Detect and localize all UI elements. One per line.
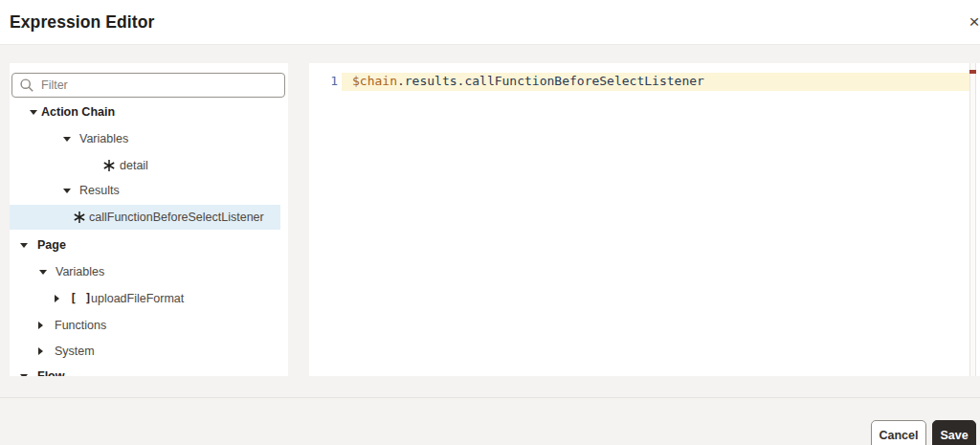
dialog-header: Expression Editor × xyxy=(0,0,980,45)
tree-item-callfunctionbeforeselectlistener[interactable]: callFunctionBeforeSelectListener xyxy=(10,205,280,230)
tree-item-page[interactable]: Page xyxy=(10,233,288,257)
dialog-title: Expression Editor xyxy=(10,12,154,33)
tree-item-uploadfileformat[interactable]: [ ] uploadFileFormat xyxy=(10,286,288,311)
tree-item-label: Flow xyxy=(37,369,64,376)
tree-item-functions[interactable]: Functions xyxy=(10,313,288,338)
tree-item-label: Functions xyxy=(55,319,106,332)
tree-item-results[interactable]: Results xyxy=(10,178,288,203)
chevron-right-icon[interactable] xyxy=(38,322,43,329)
filter-input[interactable] xyxy=(11,73,285,98)
chevron-down-icon[interactable] xyxy=(30,110,37,115)
array-icon: [ ] xyxy=(70,292,92,305)
chevron-right-icon[interactable] xyxy=(55,295,59,302)
tree-item-label: uploadFileFormat xyxy=(91,292,184,305)
expression-code-editor[interactable]: 1 $chain.results.callFunctionBeforeSelec… xyxy=(309,63,980,376)
tree-item-ac-variables[interactable]: Variables xyxy=(10,126,288,151)
tree-item-label: Page xyxy=(37,238,66,252)
variable-icon xyxy=(102,159,116,172)
footer-divider xyxy=(0,397,980,398)
code-token-variable: $chain xyxy=(352,74,397,88)
editor-overview-ruler[interactable] xyxy=(969,63,976,376)
close-icon[interactable]: × xyxy=(963,11,980,33)
expression-text[interactable]: $chain.results.callFunctionBeforeSelectL… xyxy=(352,74,704,88)
chevron-down-icon[interactable] xyxy=(63,189,71,193)
tree-item-label: detail xyxy=(120,159,148,172)
tree-item-system[interactable]: System xyxy=(10,339,288,364)
tree-item-label: Variables xyxy=(56,265,104,278)
chevron-down-icon[interactable] xyxy=(20,374,28,377)
tree-item-label: callFunctionBeforeSelectListener xyxy=(89,211,264,224)
tree-item-flow[interactable]: Flow xyxy=(10,364,288,376)
chevron-down-icon[interactable] xyxy=(63,137,71,142)
chevron-down-icon[interactable] xyxy=(39,270,47,275)
variable-icon xyxy=(73,211,86,224)
tree-item-label: Action Chain xyxy=(41,105,115,119)
cancel-button[interactable]: Cancel xyxy=(871,420,926,445)
tree-item-page-variables[interactable]: Variables xyxy=(10,259,288,284)
tree-item-detail[interactable]: detail xyxy=(10,153,288,178)
line-number: 1 xyxy=(309,74,338,88)
variables-tree-panel: Action Chain Variables detail Results ca… xyxy=(10,63,288,376)
chevron-right-icon[interactable] xyxy=(38,347,43,355)
code-token-path: .results.callFunctionBeforeSelectListene… xyxy=(397,74,704,88)
tree-item-action-chain[interactable]: Action Chain xyxy=(10,100,288,124)
chevron-down-icon[interactable] xyxy=(20,243,28,248)
tree-item-label: System xyxy=(55,345,95,358)
tree-item-label: Variables xyxy=(79,132,128,145)
filter-field-wrap xyxy=(11,73,285,98)
annotation-marker xyxy=(969,70,976,74)
tree-item-label: Results xyxy=(79,184,120,197)
save-button[interactable]: Save xyxy=(932,420,976,445)
